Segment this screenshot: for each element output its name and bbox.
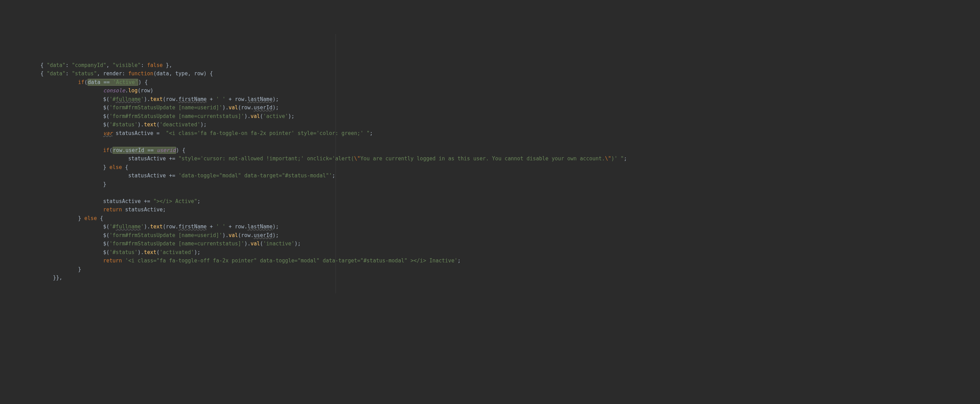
code-token: 'form#frmStatusUpdate [name=currentstatu… [110,113,244,119]
code-token: ( [106,241,110,247]
code-token: if [78,79,84,86]
code-token: $ [103,96,106,102]
indent [3,258,103,264]
code-line[interactable]: } [3,180,977,189]
code-line[interactable]: $('#fullname').text(row.firstName + ' ' … [3,95,977,104]
code-line[interactable]: console.log(row) [3,86,977,95]
code-token: statusActive = [113,130,166,136]
code-token: 'form#frmStatusUpdate [name=userid]' [110,105,222,111]
code-line[interactable]: $('form#frmStatusUpdate [name=currentsta… [3,112,977,121]
code-line[interactable]: $('#status').text('deactivated'); [3,120,977,129]
code-token: ( [157,249,160,255]
code-token: text [144,122,156,128]
code-token: \" [605,155,611,162]
code-line[interactable]: $('form#frmStatusUpdate [name=currentsta… [3,239,977,248]
code-line[interactable]: if(row.userId == userid) { [3,146,977,155]
code-token: false [147,62,162,68]
indent [3,155,128,162]
code-token: val [229,105,238,111]
code-token: text [150,223,162,230]
code-token: : [141,62,147,68]
code-line[interactable]: statusActive += "></i> Active"; [3,197,977,206]
code-token: ( [106,232,110,238]
code-token: $ [103,223,106,230]
code-token: ( [106,96,110,102]
indent [3,87,103,94]
code-content[interactable]: { "data": "companyId", "visible": false … [3,61,977,282]
code-line[interactable]: $('form#frmStatusUpdate [name=userid]').… [3,103,977,112]
indent [3,105,103,111]
code-token: (row. [238,105,253,111]
code-token: var [103,130,113,136]
code-token: 'activated' [160,249,194,255]
code-token: , [169,70,175,77]
indent [3,190,103,196]
code-line[interactable]: }}, [3,274,977,282]
code-line[interactable]: $('#status').text('activated'); [3,248,977,257]
code-token: function [128,70,153,77]
code-line[interactable]: } [3,265,977,274]
indent [3,147,103,154]
code-token: log [128,87,137,94]
code-token: "></i> Active" [153,198,197,204]
code-line[interactable]: } else { [3,214,977,223]
code-token: ( [153,70,157,77]
indent [3,79,78,86]
code-token: "status" [72,70,97,77]
code-token: 'Active' [113,79,138,86]
code-token: ). [222,105,229,111]
code-token: text [144,249,156,255]
code-token: 'inactive' [263,241,294,247]
code-line[interactable]: return statusActive; [3,206,977,214]
code-token: firstName [178,223,207,230]
code-line[interactable] [3,138,977,146]
code-token: userid [157,147,176,154]
code-line[interactable]: { "data": "status", render: function(dat… [3,70,977,78]
code-line[interactable]: } else { [3,163,977,172]
code-token: 'active' [263,113,288,119]
code-token: ). [137,249,144,255]
code-token: } [103,181,106,187]
code-line[interactable]: $('form#frmStatusUpdate [name=userid]').… [3,231,977,240]
code-token: : [66,62,72,68]
find-match-highlight: data == 'Active' [88,79,138,86]
code-line[interactable] [3,189,977,197]
code-token: lastName [247,96,272,102]
code-line[interactable]: statusActive += 'data-toggle="modal" dat… [3,171,977,180]
code-token: render [103,70,122,77]
code-token: fullname [116,96,141,102]
code-token: "data" [46,62,65,68]
code-token: statusActive += [128,173,178,179]
code-line[interactable]: $('#fullname').text(row.firstName + ' ' … [3,222,977,231]
code-token: , [188,70,194,77]
code-token: ( [84,79,88,86]
code-token: $ [103,241,106,247]
indent [3,206,103,213]
code-line[interactable]: var statusActive = "<i class='fa fa-togg… [3,129,977,138]
indent [3,232,103,238]
code-editor[interactable]: { "data": "companyId", "visible": false … [0,34,980,293]
code-token: }, [163,62,172,68]
code-token: + row. [225,96,247,102]
code-token: row [194,70,204,77]
code-token: "visible" [113,62,141,68]
code-line[interactable]: if(data == 'Active') { [3,78,977,87]
code-line[interactable]: { "data": "companyId", "visible": false … [3,61,977,70]
code-line[interactable]: return '<i class="fa fa-toggle-off fa-2x… [3,257,977,265]
code-token: ); [294,241,301,247]
code-token: ). [144,96,150,102]
code-token: (row) [137,87,153,94]
indent [3,122,103,128]
code-token: userId [253,232,272,238]
code-token: ). [137,122,144,128]
code-token: + row. [225,223,247,230]
code-token: ( [106,223,110,230]
code-line[interactable]: statusActive += "style='cursor: not-allo… [3,154,977,163]
code-token: text [150,96,162,102]
code-token: ); [200,122,207,128]
code-token: }}, [53,274,62,281]
code-token: '# [110,223,116,230]
code-token: "companyId" [72,62,106,68]
code-token: else [110,164,122,170]
code-token: ); [273,223,279,230]
